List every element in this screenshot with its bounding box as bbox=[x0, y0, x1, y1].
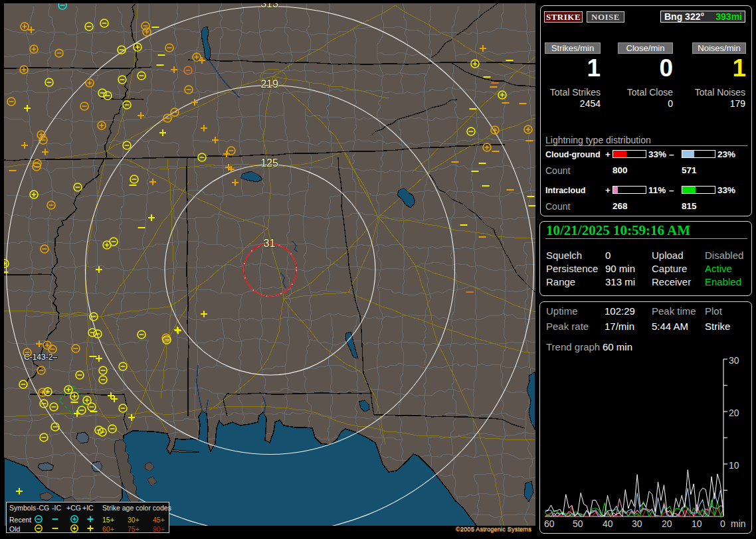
svg-text:C-143-2–: C-143-2– bbox=[24, 352, 57, 362]
svg-text:31: 31 bbox=[264, 238, 276, 249]
svg-text:219: 219 bbox=[260, 78, 278, 90]
svg-text:313: 313 bbox=[260, 0, 278, 9]
svg-text:125: 125 bbox=[260, 157, 278, 169]
